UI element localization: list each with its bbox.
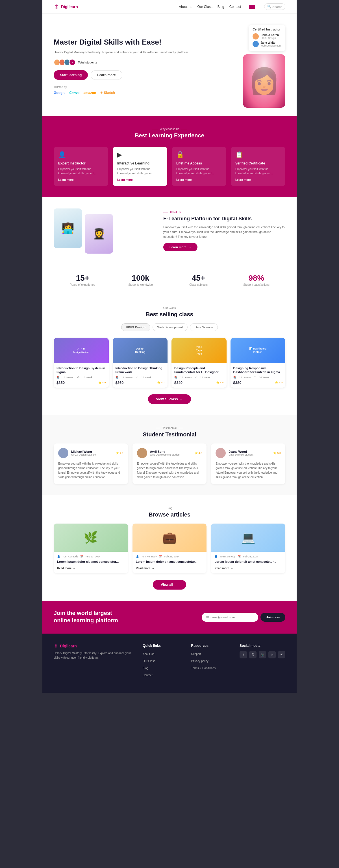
view-all-blog-button[interactable]: View all → (153, 580, 186, 590)
footer-link-terms[interactable]: Terms & Conditions (191, 666, 216, 670)
nav-blog[interactable]: Blog (218, 5, 224, 9)
nav-links: About us Our Class Blog Contact 🔍 Search (179, 3, 285, 10)
read-more-link-2[interactable]: Read more → (136, 567, 203, 570)
footer-link-blog[interactable]: Blog (143, 666, 148, 670)
classes-section: Our Class Best selling class UI/UX Desig… (43, 295, 296, 415)
instructor-card-title: Certified Instructor (253, 28, 281, 31)
class-card-4[interactable]: 📊 DashboardFintech Designing Responsive … (230, 338, 286, 388)
view-all-blog-container: View all → (54, 580, 285, 590)
stat-experience: 15+ Years of experience (54, 274, 112, 286)
blog-content-3: 👤 Tom Kennedy 📅 Feb 23, 2024 Lorem ipsum… (211, 552, 285, 573)
interactive-learn-more-link[interactable]: Learn more (117, 178, 163, 181)
class-thumb-text-2: DesignThinking (133, 345, 148, 356)
view-all-classes-button[interactable]: View all class → (148, 394, 191, 404)
footer-link-privacy[interactable]: Privacy policy (191, 659, 208, 663)
linkedin-icon[interactable]: in (269, 651, 276, 658)
hero-subtitle: Unlock Digital Mastery Effortlessly! Exp… (54, 50, 237, 55)
about-title: E-Learning Platform for Digital Skills (163, 216, 285, 222)
footer-link-ourclass[interactable]: Our Class (143, 659, 155, 663)
nav-logo[interactable]: Digilearn (54, 4, 78, 9)
nav-contact[interactable]: Contact (229, 5, 241, 9)
blog-card-3[interactable]: 💻 👤 Tom Kennedy 📅 Feb 23, 2024 Lorem ips… (211, 524, 285, 573)
class-card-1[interactable]: A → BDesign System Introduction to Desig… (54, 338, 109, 388)
nav-search[interactable]: 🔍 Search (264, 3, 285, 10)
testimonial-avatar-1 (58, 448, 68, 458)
testimonials-grid: Michael Wong UI/UX Design Student ⭐ 4.9 … (54, 443, 285, 484)
certificate-learn-more-link[interactable]: Learn more (235, 178, 281, 181)
classes-title: Best selling class (54, 311, 285, 318)
class-meta-3: 📚 16 Lesson ⏱ 16 Week (174, 376, 224, 379)
facebook-icon[interactable]: f (239, 651, 247, 658)
footer-quick-links-title: Quick links (143, 644, 183, 648)
instructor-item-1: Donald Karen UI/UX Design (253, 33, 281, 39)
lifetime-learn-more-link[interactable]: Learn more (176, 178, 222, 181)
class-card-2[interactable]: DesignThinking Introduction to Design Th… (113, 338, 168, 388)
expert-learn-more-link[interactable]: Learn more (58, 178, 104, 181)
classes-header: Our Class Best selling class (54, 306, 285, 318)
hero-content: Master Digital Skills with Ease! Unlock … (54, 38, 237, 95)
stat-students: 100k Students worldwide (112, 274, 169, 286)
class-price-row-2: $360 ⭐ 4.7 (116, 380, 165, 385)
trusted-logos: Google Canva amazon ✦ Sketch (54, 91, 237, 95)
trusted-by-label: Trusted by (54, 86, 237, 89)
testimonial-text-1: Empower yourself with the knowledge and … (58, 462, 123, 479)
footer-resources: Support Privacy policy Terms & Condition… (191, 651, 232, 670)
testimonial-card-1: Michael Wong UI/UX Design Student ⭐ 4.9 … (54, 443, 128, 484)
nav-about[interactable]: About us (179, 5, 192, 9)
tab-uiux[interactable]: UI/UX Design (121, 323, 150, 331)
class-thumb-text-4: 📊 DashboardFintech (247, 345, 269, 356)
blog-grid: 🌿 👤 Tom Kennedy 📅 Feb 23, 2024 Lorem ips… (54, 524, 285, 573)
class-price-1: $350 (57, 380, 65, 385)
blog-author-icon-1: 👤 (57, 555, 60, 558)
hero-right: Certified Instructor Donald Karen UI/UX … (243, 25, 285, 108)
read-more-link-1[interactable]: Read more → (57, 567, 124, 570)
nav-cart-icon[interactable] (249, 5, 255, 9)
stat-label-subjects: Class subjects (169, 283, 227, 286)
nav-ourclass[interactable]: Our Class (197, 5, 212, 9)
class-meta-4: 📚 16 Lesson ⏱ 16 Week (233, 376, 283, 379)
blog-content-1: 👤 Tom Kennedy 📅 Feb 23, 2024 Lorem ipsum… (54, 552, 128, 573)
expert-icon: 👤 (58, 151, 104, 158)
about-desc: Empower yourself with the knowledge and … (163, 225, 285, 239)
footer-link-contact[interactable]: Contact (143, 674, 152, 677)
about-learn-more-button[interactable]: Learn more → (163, 243, 197, 251)
class-info-3: Design Principle and Fundamentals for UI… (171, 363, 227, 388)
class-tabs: UI/UX Design Web Development Data Scienc… (54, 323, 285, 331)
testimonial-info-2: Avril Song Web Development Student (150, 450, 180, 456)
features-grid: 👤 Expert Instructor Empower yourself wit… (54, 147, 285, 186)
class-meta-1: 📚 16 Lesson ⏱ 16 Week (57, 376, 106, 379)
learn-more-button[interactable]: Learn more (91, 70, 122, 80)
blog-title-1: Lorem ipsum dolor sit amet consectetur..… (57, 560, 124, 564)
start-learning-button[interactable]: Start learning (54, 70, 88, 80)
instagram-icon[interactable]: 📷 (259, 651, 266, 658)
why-title: Best Learning Experience (54, 132, 285, 139)
footer-grid: Digilearn Unlock Digital Mastery Effortl… (54, 644, 285, 679)
blog-card-1[interactable]: 🌿 👤 Tom Kennedy 📅 Feb 23, 2024 Lorem ips… (54, 524, 128, 573)
read-more-link-3[interactable]: Read more → (215, 567, 282, 570)
feature-lifetime: 🔓 Lifetime Access Empower yourself with … (172, 147, 226, 186)
footer-link-support[interactable]: Support (191, 652, 201, 656)
blog-card-2[interactable]: 💼 👤 Tom Kennedy 📅 Feb 23, 2024 Lorem ips… (133, 524, 207, 573)
testimonial-avatar-2 (137, 448, 147, 458)
testimonial-info-1: Michael Wong UI/UX Design Student (71, 450, 96, 456)
feature-expert: 👤 Expert Instructor Empower yourself wit… (54, 147, 108, 186)
instructor-card: Certified Instructor Donald Karen UI/UX … (249, 25, 285, 51)
class-thumb-3: TypeTypeType (171, 338, 227, 363)
twitter-icon[interactable]: 𝕏 (249, 651, 256, 658)
blog-meta-1: 👤 Tom Kennedy 📅 Feb 23, 2024 (57, 555, 124, 558)
certificate-icon: 📋 (235, 151, 281, 158)
blog-tag: Blog (54, 507, 285, 510)
class-card-3[interactable]: TypeTypeType Design Principle and Fundam… (171, 338, 227, 388)
email-icon[interactable]: ✉ (278, 651, 285, 658)
cta-email-input[interactable] (202, 613, 258, 622)
weeks-icon-4: ⏱ (254, 376, 256, 379)
tab-datascience[interactable]: Data Science (190, 323, 218, 331)
cta-title: Join the world largestonline learning pl… (54, 609, 118, 624)
footer-link-about[interactable]: About Us (143, 652, 154, 656)
about-content: About us E-Learning Platform for Digital… (163, 211, 285, 252)
cta-join-button[interactable]: Join now (260, 613, 285, 622)
blog-content-2: 👤 Tom Kennedy 📅 Feb 23, 2024 Lorem ipsum… (133, 552, 207, 573)
tab-webdev[interactable]: Web Development (152, 323, 188, 331)
stat-label-experience: Years of experience (54, 283, 112, 286)
class-thumb-text-3: TypeTypeType (194, 343, 204, 358)
